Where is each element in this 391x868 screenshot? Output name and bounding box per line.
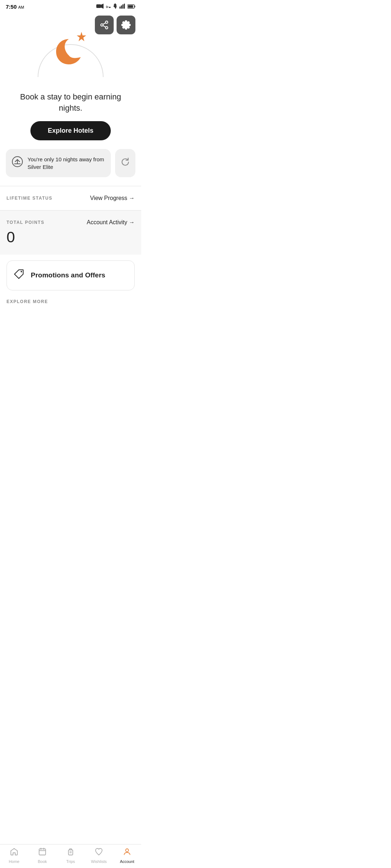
svg-marker-1 [101,4,104,9]
svg-marker-15 [77,32,86,41]
promotions-card[interactable]: Promotions and Offers [7,260,135,290]
account-activity-link[interactable]: Account Activity → [87,219,135,226]
svg-point-9 [105,21,108,23]
svg-rect-8 [135,5,135,7]
status-icons: 🗝 [96,3,135,10]
action-buttons [95,16,135,34]
lifetime-status-label: LIFETIME STATUS [7,196,52,201]
svg-rect-0 [96,4,101,8]
video-icon [96,4,104,10]
svg-point-11 [105,26,108,29]
silver-elite-text: You're only 10 nights away from Silver E… [28,156,105,171]
points-section-header: TOTAL POINTS Account Activity → [7,219,135,226]
svg-line-13 [103,23,105,24]
share-button[interactable] [95,16,114,34]
svg-rect-3 [121,5,122,9]
total-points-label: TOTAL POINTS [7,220,45,225]
key-icon: 🗝 [106,4,111,10]
refresh-icon [121,157,130,169]
points-value: 0 [7,229,135,246]
lifetime-status-section: LIFETIME STATUS View Progress → [0,186,141,210]
lifetime-status-header: LIFETIME STATUS View Progress → [7,195,135,201]
svg-line-12 [103,26,105,27]
svg-rect-4 [122,4,123,9]
signal-icon [119,4,125,10]
page-bottom-spacer [0,310,141,361]
explore-more-label: EXPLORE MORE [0,296,141,310]
settings-button[interactable] [117,16,135,34]
svg-point-10 [101,24,103,26]
svg-rect-2 [119,7,121,9]
battery-icon [127,4,135,10]
upgrade-icon [12,156,23,170]
status-bar: 7:50 AM 🗝 [0,0,141,12]
bluetooth-icon [113,3,117,10]
svg-rect-7 [128,5,133,8]
svg-point-17 [21,271,22,272]
view-progress-link[interactable]: View Progress → [90,195,135,201]
hero-tagline: Book a stay to begin earning nights. [0,92,141,114]
tag-icon [13,269,24,282]
status-cards-row: You're only 10 nights away from Silver E… [0,149,141,177]
promotions-label: Promotions and Offers [31,271,105,279]
points-section: TOTAL POINTS Account Activity → 0 [0,210,141,255]
hero-area: Book a stay to begin earning nights. Exp… [0,12,141,186]
explore-hotels-button[interactable]: Explore Hotels [30,121,111,140]
refresh-card-stub[interactable] [115,149,135,177]
silver-elite-card[interactable]: You're only 10 nights away from Silver E… [6,149,111,177]
svg-rect-5 [124,4,125,9]
status-time: 7:50 AM [6,4,24,10]
